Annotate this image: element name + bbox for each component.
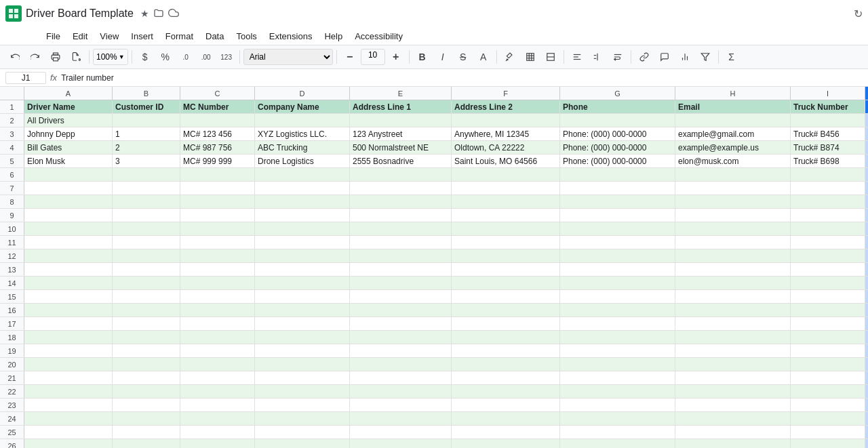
list-item[interactable]: elon@musk.com bbox=[675, 155, 791, 167]
list-item[interactable] bbox=[560, 317, 675, 330]
list-item[interactable] bbox=[350, 236, 452, 249]
list-item[interactable] bbox=[255, 222, 350, 235]
list-item[interactable] bbox=[791, 344, 865, 357]
list-item[interactable] bbox=[180, 331, 255, 344]
row-number[interactable]: 26 bbox=[0, 439, 24, 448]
list-item[interactable]: Anywhere, MI 12345 bbox=[452, 127, 560, 140]
list-item[interactable] bbox=[180, 195, 255, 208]
chart-button[interactable] bbox=[675, 47, 694, 66]
list-item[interactable] bbox=[452, 209, 560, 222]
strikethrough-button[interactable]: S bbox=[454, 47, 473, 66]
list-item[interactable]: Driver Name bbox=[24, 100, 113, 113]
paint-format-button[interactable] bbox=[66, 47, 85, 66]
list-item[interactable] bbox=[791, 358, 865, 371]
list-item[interactable] bbox=[255, 277, 350, 289]
list-item[interactable] bbox=[560, 385, 675, 398]
list-item[interactable] bbox=[675, 249, 791, 262]
list-item[interactable] bbox=[452, 399, 560, 411]
list-item[interactable] bbox=[452, 371, 560, 384]
list-item[interactable]: All Drivers bbox=[24, 114, 113, 127]
list-item[interactable]: 2 bbox=[113, 141, 180, 154]
list-item[interactable] bbox=[675, 358, 791, 371]
list-item[interactable] bbox=[560, 344, 675, 357]
list-item[interactable] bbox=[865, 358, 868, 371]
list-item[interactable] bbox=[560, 222, 675, 235]
row-number[interactable]: 8 bbox=[0, 195, 24, 208]
list-item[interactable] bbox=[452, 317, 560, 330]
list-item[interactable] bbox=[113, 358, 180, 371]
list-item[interactable] bbox=[113, 249, 180, 262]
list-item[interactable]: Elon Musk bbox=[24, 155, 113, 167]
list-item[interactable] bbox=[24, 249, 113, 262]
list-item[interactable] bbox=[113, 236, 180, 249]
list-item[interactable] bbox=[452, 277, 560, 289]
row-number[interactable]: 21 bbox=[0, 371, 24, 384]
comment-button[interactable] bbox=[655, 47, 674, 66]
list-item[interactable] bbox=[675, 182, 791, 195]
list-item[interactable] bbox=[113, 385, 180, 398]
list-item[interactable]: Truck# B698 bbox=[791, 155, 865, 167]
list-item[interactable] bbox=[560, 195, 675, 208]
col-header-i[interactable]: I bbox=[791, 87, 865, 100]
list-item[interactable] bbox=[791, 304, 865, 317]
row-number[interactable]: 11 bbox=[0, 236, 24, 249]
undo-button[interactable] bbox=[5, 47, 24, 66]
row-number[interactable]: 22 bbox=[0, 385, 24, 398]
col-header-f[interactable]: F bbox=[452, 87, 560, 100]
list-item[interactable] bbox=[452, 249, 560, 262]
list-item[interactable]: Johnny Depp bbox=[24, 127, 113, 140]
col-header-g[interactable]: G bbox=[560, 87, 675, 100]
list-item[interactable] bbox=[24, 277, 113, 289]
borders-button[interactable] bbox=[521, 47, 540, 66]
list-item[interactable] bbox=[180, 209, 255, 222]
list-item[interactable] bbox=[350, 317, 452, 330]
list-item[interactable] bbox=[791, 385, 865, 398]
decrease-font-button[interactable]: − bbox=[340, 47, 359, 66]
list-item[interactable] bbox=[560, 412, 675, 425]
list-item[interactable] bbox=[560, 114, 675, 127]
list-item[interactable] bbox=[865, 290, 868, 303]
list-item[interactable] bbox=[180, 344, 255, 357]
list-item[interactable] bbox=[350, 304, 452, 317]
row-number[interactable]: 5 bbox=[0, 155, 24, 167]
list-item[interactable]: MC# 999 999 bbox=[180, 155, 255, 167]
list-item[interactable] bbox=[452, 344, 560, 357]
list-item[interactable]: Truck Number bbox=[791, 100, 865, 113]
list-item[interactable] bbox=[113, 290, 180, 303]
list-item[interactable] bbox=[865, 331, 868, 344]
list-item[interactable] bbox=[865, 195, 868, 208]
list-item[interactable] bbox=[791, 195, 865, 208]
list-item[interactable]: Trailer# 53896 bbox=[865, 127, 868, 140]
row-number[interactable]: 23 bbox=[0, 399, 24, 411]
list-item[interactable] bbox=[560, 426, 675, 439]
font-size-input[interactable]: 10 bbox=[361, 49, 385, 65]
list-item[interactable] bbox=[350, 426, 452, 439]
list-item[interactable] bbox=[452, 358, 560, 371]
list-item[interactable] bbox=[255, 358, 350, 371]
list-item[interactable] bbox=[180, 399, 255, 411]
redo-button[interactable] bbox=[26, 47, 45, 66]
list-item[interactable]: Phone: (000) 000-0000 bbox=[560, 127, 675, 140]
list-item[interactable] bbox=[180, 249, 255, 262]
list-item[interactable] bbox=[255, 236, 350, 249]
list-item[interactable]: XYZ Logistics LLC. bbox=[255, 127, 350, 140]
list-item[interactable] bbox=[24, 399, 113, 411]
list-item[interactable] bbox=[675, 331, 791, 344]
list-item[interactable] bbox=[675, 209, 791, 222]
list-item[interactable] bbox=[865, 168, 868, 181]
list-item[interactable] bbox=[675, 290, 791, 303]
list-item[interactable] bbox=[675, 277, 791, 289]
list-item[interactable] bbox=[452, 290, 560, 303]
list-item[interactable]: Saint Louis, MO 64566 bbox=[452, 155, 560, 167]
list-item[interactable] bbox=[675, 426, 791, 439]
list-item[interactable] bbox=[113, 168, 180, 181]
list-item[interactable]: 1 bbox=[113, 127, 180, 140]
row-number[interactable]: 4 bbox=[0, 141, 24, 154]
list-item[interactable]: Oldtown, CA 22222 bbox=[452, 141, 560, 154]
row-number[interactable]: 18 bbox=[0, 331, 24, 344]
list-item[interactable]: MC# 123 456 bbox=[180, 127, 255, 140]
list-item[interactable] bbox=[24, 263, 113, 276]
menu-insert[interactable]: Insert bbox=[125, 30, 159, 43]
list-item[interactable] bbox=[865, 412, 868, 425]
list-item[interactable] bbox=[791, 236, 865, 249]
